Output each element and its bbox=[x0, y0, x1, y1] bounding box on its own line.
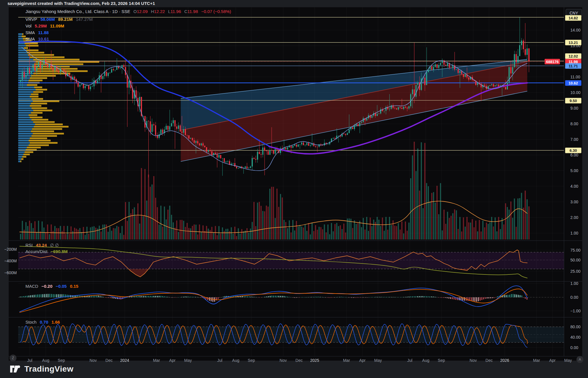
price-tick: 40.00 bbox=[570, 335, 580, 340]
symbol-legend[interactable]: Jiangsu Yahong Meditech Co., Ltd. Class … bbox=[25, 9, 231, 14]
accum-legend[interactable]: Accum/Dist −690.8M bbox=[25, 249, 68, 254]
price-label-chip: 12.02 bbox=[565, 54, 581, 59]
price-tick: −1.00 bbox=[570, 309, 580, 313]
price-tick: 9.00 bbox=[570, 106, 578, 110]
stoch-k-value: 0.70 bbox=[40, 320, 48, 324]
macd-hist-value: −0.20 bbox=[41, 284, 52, 289]
ohlc-o-label: O bbox=[133, 9, 137, 14]
vol-value-1: 5.29M bbox=[35, 23, 47, 28]
price-tick: 25.00 bbox=[570, 269, 580, 274]
tradingview-screenshot: savepiginvest created with TradingView.c… bbox=[0, 0, 588, 378]
price-tick: 8.00 bbox=[570, 121, 578, 126]
sma2-label[interactable]: SMA bbox=[25, 36, 35, 41]
tradingview-logo-icon bbox=[10, 364, 21, 374]
ohlc-o: 12.09 bbox=[137, 9, 148, 14]
sma1-value: 11.88 bbox=[38, 30, 49, 35]
rsi-label[interactable]: RSI bbox=[25, 243, 33, 248]
price-label-chip: 13.21 bbox=[565, 40, 581, 45]
price-tick: 7.00 bbox=[570, 137, 578, 142]
price-tick: 6.00 bbox=[570, 153, 578, 157]
vrvp-label[interactable]: VRVP bbox=[25, 17, 37, 22]
vrvp-legend[interactable]: VRVP 58.06M 89.21M 147.27M bbox=[25, 17, 95, 22]
rsi-hidden-values: ∅ ∅ bbox=[50, 243, 59, 248]
price-tick: 10.00 bbox=[570, 90, 580, 95]
price-label-chip: 10.62 bbox=[565, 80, 581, 86]
price-tick: 11.00 bbox=[570, 75, 580, 79]
price-tick: 2.00 bbox=[570, 215, 578, 220]
price-tick: 50.00 bbox=[570, 258, 580, 262]
sma2-legend[interactable]: SMA 10.61 bbox=[25, 36, 49, 41]
accum-value: −690.8M bbox=[51, 249, 68, 254]
price-label-chip: 9.50 bbox=[565, 98, 581, 104]
price-tick: 14.00 bbox=[570, 28, 580, 32]
rsi-value: 43.24 bbox=[36, 243, 47, 248]
price-tick: 75.00 bbox=[570, 248, 580, 252]
rsi-left-tick: −600M bbox=[4, 270, 17, 275]
price-label-chip: 11.71 bbox=[565, 63, 581, 69]
ohlc-l: 11.96 bbox=[171, 9, 181, 14]
price-tick: 3.00 bbox=[570, 200, 578, 204]
footer-bar: TradingView bbox=[0, 361, 588, 378]
price-tick: 0.00 bbox=[570, 345, 578, 350]
stoch-legend[interactable]: Stoch 0.70 1.66 bbox=[25, 320, 62, 324]
stoch-label[interactable]: Stoch bbox=[25, 320, 36, 324]
sma1-legend[interactable]: SMA 11.88 bbox=[25, 30, 49, 35]
symbol-code-chip: 688176 bbox=[545, 59, 560, 64]
ohlc-c-label: C bbox=[184, 9, 187, 14]
sma2-value: 10.61 bbox=[38, 36, 49, 41]
rsi-legend[interactable]: RSI 43.24 ∅ ∅ bbox=[25, 243, 59, 248]
rsi-left-tick: −400M bbox=[4, 259, 17, 263]
price-label-chip: 14.82 bbox=[565, 15, 581, 21]
ohlc-l-label: L bbox=[168, 9, 170, 14]
ohlc-h: 12.22 bbox=[154, 9, 165, 14]
ohlc-h-label: H bbox=[151, 9, 154, 14]
price-tick: 5.00 bbox=[570, 168, 578, 173]
ohlc-c: 11.98 bbox=[187, 9, 198, 14]
accum-label[interactable]: Accum/Dist bbox=[25, 249, 47, 254]
price-label-chip: 6.30 bbox=[565, 148, 581, 153]
vrvp-value-1: 58.06M bbox=[40, 17, 55, 22]
vol-label[interactable]: Vol bbox=[25, 23, 32, 28]
sma1-label[interactable]: SMA bbox=[25, 30, 35, 35]
macd-signal-value: 0.15 bbox=[70, 284, 78, 289]
vrvp-value-2: 89.21M bbox=[58, 17, 73, 22]
macd-legend[interactable]: MACD −0.20 −0.05 0.15 bbox=[25, 284, 80, 289]
tradingview-brand-text: TradingView bbox=[24, 364, 73, 374]
tradingview-brand[interactable]: TradingView bbox=[10, 364, 73, 374]
macd-label[interactable]: MACD bbox=[25, 284, 38, 289]
rsi-left-tick: −200M bbox=[4, 247, 17, 252]
chart-canvas[interactable]: −200M−400M−600M bbox=[0, 0, 588, 378]
macd-line-value: −0.05 bbox=[56, 284, 67, 289]
price-tick: 1.00 bbox=[570, 231, 578, 235]
price-tick: 1.00 bbox=[570, 281, 578, 286]
volume-legend[interactable]: Vol 5.29M 11.09M bbox=[25, 23, 66, 28]
price-tick: 80.00 bbox=[570, 324, 580, 329]
price-tick: 0.00 bbox=[570, 295, 578, 300]
vrvp-value-3: 147.27M bbox=[76, 17, 93, 22]
price-tick: 4.00 bbox=[570, 184, 578, 189]
ohlc-change: −0.07 (−0.58%) bbox=[201, 9, 231, 14]
vol-value-2: 11.09M bbox=[50, 23, 64, 28]
symbol-title[interactable]: Jiangsu Yahong Meditech Co., Ltd. Class … bbox=[25, 9, 130, 14]
stoch-d-value: 1.66 bbox=[51, 320, 60, 324]
